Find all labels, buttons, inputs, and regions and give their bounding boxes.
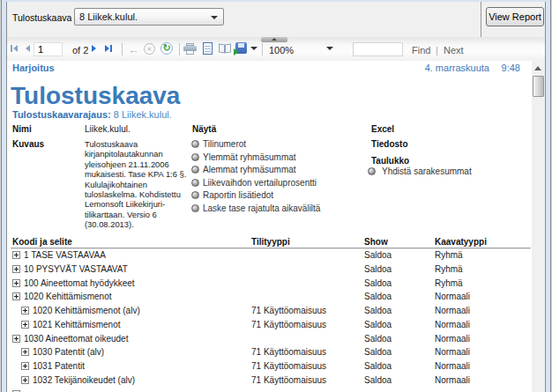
- report-viewer-window: Tulostuskaava 8 Liikek.kulul. View Repor…: [0, 0, 552, 392]
- row-code: 1032 Tekijänoikeudet (alv): [33, 375, 135, 385]
- export-caret-icon[interactable]: [250, 47, 257, 50]
- row-show: Saldoa: [364, 292, 392, 301]
- page-count-label: of 2: [72, 45, 88, 55]
- parameter-dropdown[interactable]: 8 Liikek.kulul.: [74, 8, 224, 26]
- row-formula: Normaali: [435, 292, 470, 301]
- parameters-panel: Tulostuskaava 8 Liikek.kulul. View Repor…: [7, 2, 545, 37]
- row-code: 100 Aineettomat hyödykkeet: [24, 278, 135, 288]
- row-formula: Normaali: [435, 306, 470, 315]
- row-show: Saldoa: [364, 306, 392, 315]
- find-input[interactable]: [353, 42, 403, 56]
- table-row: 1021 Kehittämismenot71 KäyttöomaisuusSal…: [7, 318, 532, 332]
- expand-icon[interactable]: [21, 307, 29, 314]
- panel-separator: [481, 2, 481, 37]
- print-button[interactable]: [183, 43, 197, 55]
- row-code: 10 PYSYVÄT VASTAAVAT: [24, 264, 128, 274]
- row-show: Saldoa: [364, 375, 392, 385]
- page-setup-button[interactable]: [218, 43, 232, 54]
- row-code: 1020 Kehittämismenot (alv): [33, 306, 140, 315]
- row-type: 71 Käyttöomaisuus: [251, 347, 326, 357]
- toolbar-separator: [179, 43, 180, 55]
- row-formula: Ryhmä: [435, 250, 463, 260]
- row-formula: Ryhmä: [435, 278, 463, 288]
- row-show: Saldoa: [364, 334, 392, 344]
- table-row: 1020 Kehittämismenot (alv)71 Käyttöomais…: [7, 304, 532, 318]
- row-formula: Normaali: [435, 320, 470, 329]
- row-code: 1 TASE VASTAAVAA: [24, 250, 106, 260]
- expand-icon[interactable]: [21, 376, 29, 384]
- report-area: Harjoitus 4. marraskuuta 9:48 Tulostuska…: [7, 61, 532, 392]
- row-code: 1020 Kehittämismenot: [24, 292, 112, 301]
- expand-icon[interactable]: [12, 251, 20, 259]
- back-button[interactable]: ←: [128, 43, 139, 56]
- expand-icon[interactable]: [12, 335, 20, 343]
- table-row: 1020 KehittämismenotSaldoaNormaali: [7, 290, 532, 304]
- row-type: 71 Käyttöomaisuus: [251, 361, 326, 371]
- refresh-button[interactable]: ↻: [160, 42, 173, 55]
- report-table-rows: 1 TASE VASTAAVAASaldoaRyhmä10 PYSYVÄT VA…: [7, 61, 532, 392]
- parameter-dropdown-value: 8 Liikek.kulul.: [79, 11, 138, 22]
- row-code: 1031 Patentit: [33, 361, 85, 371]
- table-row: 1 TASE VASTAAVAASaldoaRyhmä: [7, 248, 532, 263]
- table-row: 1030 Aineettomat oikeudetSaldoaNormaali: [7, 332, 532, 346]
- zoom-select[interactable]: 100%: [269, 45, 294, 55]
- print-layout-button[interactable]: [203, 42, 213, 55]
- row-show: Saldoa: [364, 347, 392, 357]
- find-button[interactable]: Find: [412, 45, 430, 55]
- row-formula: Normaali: [435, 347, 470, 357]
- view-report-button[interactable]: View Report: [486, 7, 544, 26]
- scroll-thumb[interactable]: [533, 76, 544, 97]
- toolbar-separator: [262, 43, 263, 55]
- export-button[interactable]: [235, 42, 247, 54]
- row-show: Saldoa: [364, 250, 392, 260]
- table-row: 1031 Patentit71 KäyttöomaisuusSaldoaNorm…: [7, 359, 532, 374]
- row-show: Saldoa: [364, 320, 392, 329]
- collapse-arrow-icon: [272, 38, 277, 41]
- parameter-label: Tulostuskaava: [12, 12, 71, 23]
- row-formula: Normaali: [435, 334, 470, 344]
- row-formula: Ryhmä: [435, 264, 463, 274]
- vertical-scrollbar[interactable]: [532, 61, 545, 392]
- parameters-splitter-handle[interactable]: [261, 37, 287, 42]
- row-code: 1030 Aineettomat oikeudet: [24, 334, 128, 344]
- row-formula: Normaali: [435, 375, 470, 385]
- row-show: Saldoa: [364, 264, 392, 274]
- expand-icon[interactable]: [12, 292, 20, 300]
- table-row: 100 Aineettomat hyödykkeetSaldoaRyhmä: [7, 277, 532, 291]
- dropdown-caret-icon: [211, 16, 218, 19]
- page-number-input[interactable]: [34, 42, 63, 56]
- scroll-up-icon[interactable]: [534, 66, 541, 70]
- row-code: 1021 Kehittämismenot: [33, 320, 121, 329]
- toolbar-separator: [122, 43, 123, 55]
- row-formula: Normaali: [435, 361, 470, 371]
- find-next-separator: |: [436, 45, 438, 55]
- row-type: 71 Käyttöomaisuus: [251, 375, 326, 385]
- previous-page-button[interactable]: [26, 45, 30, 52]
- next-button[interactable]: Next: [444, 45, 464, 55]
- expand-icon[interactable]: [21, 321, 29, 329]
- table-row: 1032 Tekijänoikeudet (alv)71 Käyttöomais…: [7, 374, 532, 388]
- row-show: Saldoa: [364, 278, 392, 288]
- expand-icon[interactable]: [21, 362, 29, 370]
- zoom-caret-icon[interactable]: [326, 47, 333, 50]
- stop-button[interactable]: ✕: [144, 43, 155, 55]
- expand-icon[interactable]: [21, 348, 29, 356]
- expand-icon[interactable]: [12, 265, 20, 273]
- row-show: Saldoa: [364, 361, 392, 371]
- row-code: 1030 Patentit (alv): [33, 347, 104, 357]
- table-row: 10 PYSYVÄT VASTAAVATSaldoaRyhmä: [7, 263, 532, 277]
- table-row: 1030 Patentit (alv)71 KäyttöomaisuusSald…: [7, 345, 532, 359]
- row-type: 71 Käyttöomaisuus: [251, 306, 326, 315]
- expand-icon[interactable]: [12, 279, 20, 287]
- next-page-button[interactable]: [92, 45, 96, 52]
- row-type: 71 Käyttöomaisuus: [251, 320, 326, 329]
